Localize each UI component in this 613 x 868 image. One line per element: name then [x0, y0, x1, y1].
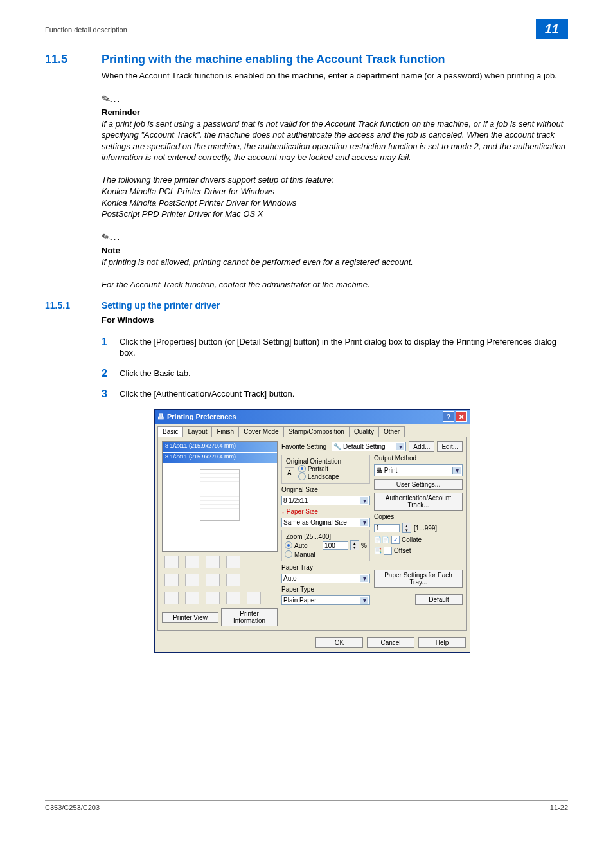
note-text-2: For the Account Track function, contact … — [102, 279, 568, 291]
paper-tray-dropdown[interactable]: Auto▾ — [281, 574, 370, 583]
printer-information-button[interactable]: Printer Information — [221, 608, 278, 626]
subsection-title: Setting up the printer driver — [102, 300, 220, 311]
zoom-auto-radio[interactable] — [285, 541, 292, 549]
preview-tool-icon[interactable] — [247, 592, 261, 604]
authentication-account-track-button[interactable]: Authentication/Account Track... — [374, 493, 463, 511]
footer-model: C353/C253/C203 — [45, 804, 100, 811]
orientation-group: Original Orientation A Portrait Landscap… — [281, 455, 370, 484]
platform-heading: For Windows — [102, 314, 568, 326]
zoom-value-input[interactable]: 100 — [323, 541, 348, 550]
tab-quality[interactable]: Quality — [349, 426, 379, 437]
preview-tool-icon[interactable] — [164, 592, 179, 604]
preview-tool-icon[interactable] — [226, 592, 240, 604]
paper-type-label: Paper Type — [281, 586, 370, 593]
preview-tool-icon[interactable] — [164, 556, 179, 568]
offset-icon: 📑 — [374, 547, 382, 554]
step-text-3: Click the [Authentication/Account Track]… — [120, 388, 568, 400]
page-preview: 8 1/2x11 (215.9x279.4 mm) 8 1/2x11 (215.… — [162, 441, 278, 552]
preview-tool-icon[interactable] — [185, 592, 199, 604]
copies-spinner[interactable]: ▴▾ — [402, 523, 411, 533]
dialog-tabs: Basic Layout Finish Cover Mode Stamp/Com… — [155, 424, 470, 437]
chapter-badge: 11 — [536, 19, 568, 39]
step-number-1: 1 — [102, 336, 111, 359]
printer-icon: 🖶 — [157, 413, 164, 420]
section-intro: When the Account Track function is enabl… — [102, 70, 568, 82]
favorite-setting-label: Favorite Setting — [281, 443, 326, 450]
footer-page: 11-22 — [550, 804, 568, 811]
preview-size-2: 8 1/2x11 (215.9x279.4 mm) — [163, 453, 277, 463]
note-heading: Note — [102, 245, 568, 257]
offset-checkbox[interactable] — [384, 547, 392, 555]
section-number: 11.5 — [45, 53, 84, 66]
note-text-1: If printing is not allowed, printing can… — [102, 257, 568, 268]
preview-tool-icon[interactable] — [164, 574, 179, 586]
step-number-2: 2 — [102, 368, 111, 379]
tab-other[interactable]: Other — [378, 426, 405, 437]
note-icon: ✎ — [100, 229, 111, 244]
breadcrumb: Function detail description — [45, 26, 127, 33]
copies-label: Copies — [374, 513, 463, 520]
landscape-radio[interactable] — [298, 473, 306, 480]
help-icon[interactable]: ? — [443, 411, 454, 422]
preview-tool-icon[interactable] — [206, 556, 220, 568]
tab-basic[interactable]: Basic — [157, 426, 183, 437]
printer-view-button[interactable]: Printer View — [162, 612, 218, 623]
preview-size-1: 8 1/2x11 (215.9x279.4 mm) — [163, 442, 277, 452]
preview-tool-icon[interactable] — [226, 556, 240, 568]
preview-tool-icon[interactable] — [226, 574, 240, 586]
paper-tray-label: Paper Tray — [281, 564, 370, 571]
tab-layout[interactable]: Layout — [182, 426, 212, 437]
edit-button[interactable]: Edit... — [437, 441, 463, 452]
zoom-spinner[interactable]: ▴▾ — [350, 540, 359, 550]
close-icon[interactable]: ✕ — [456, 411, 467, 422]
original-size-dropdown[interactable]: 8 1/2x11▾ — [281, 496, 370, 505]
zoom-group: Zoom [25...400] Auto 100 ▴▾ % Manual — [281, 530, 370, 561]
reminder-driver-3: PostScript PPD Printer Driver for Mac OS… — [102, 208, 568, 220]
reminder-heading: Reminder — [102, 107, 568, 118]
collate-checkbox[interactable]: ✓ — [391, 536, 400, 544]
tab-stamp-composition[interactable]: Stamp/Composition — [283, 426, 350, 437]
step-number-3: 3 — [102, 388, 111, 400]
output-method-label: Output Method — [374, 455, 463, 462]
preview-tool-icon[interactable] — [206, 574, 220, 586]
output-method-dropdown[interactable]: 🖶 Print▾ — [374, 464, 463, 476]
section-title: Printing with the machine enabling the A… — [102, 53, 445, 66]
cancel-button[interactable]: Cancel — [367, 637, 414, 648]
reminder-driver-2: Konica Minolta PostScript Printer Driver… — [102, 197, 568, 209]
help-button[interactable]: Help — [418, 637, 466, 648]
dialog-title: Printing Preferences — [167, 413, 236, 420]
reminder-text-2: The following three printer drivers supp… — [102, 174, 568, 186]
portrait-radio[interactable] — [298, 465, 306, 473]
subsection-number: 11.5.1 — [45, 300, 84, 311]
add-button[interactable]: Add... — [409, 441, 434, 452]
tab-finish[interactable]: Finish — [211, 426, 239, 437]
original-size-label: Original Size — [281, 486, 370, 493]
reminder-driver-1: Konica Minolta PCL Printer Driver for Wi… — [102, 186, 568, 197]
reminder-text-1: If a print job is sent using a password … — [102, 118, 568, 163]
paper-size-label: ↓ Paper Size — [281, 508, 370, 515]
printing-preferences-dialog: 🖶 Printing Preferences ? ✕ Basic Layout … — [154, 409, 470, 653]
preview-tool-icon[interactable] — [185, 574, 199, 586]
step-text-1: Click the [Properties] button (or [Detai… — [120, 336, 568, 359]
tab-cover-mode[interactable]: Cover Mode — [238, 426, 283, 437]
preview-tool-icon[interactable] — [185, 556, 199, 568]
preview-tool-icon[interactable] — [206, 592, 220, 604]
reminder-icon: ✎ — [100, 91, 111, 106]
ok-button[interactable]: OK — [315, 637, 363, 648]
paper-size-dropdown[interactable]: Same as Original Size▾ — [281, 518, 370, 527]
default-button[interactable]: Default — [415, 594, 463, 605]
favorite-setting-dropdown[interactable]: 🔧 Default Setting▾ — [332, 442, 406, 451]
paper-settings-tray-button[interactable]: Paper Settings for Each Tray... — [374, 570, 463, 588]
step-text-2: Click the Basic tab. — [120, 368, 568, 379]
zoom-manual-radio[interactable] — [285, 550, 292, 558]
orientation-icon: A — [285, 467, 294, 478]
copies-input[interactable]: 1 — [374, 524, 400, 532]
user-settings-button[interactable]: User Settings... — [374, 479, 463, 490]
collate-icon: 📄📄 — [374, 536, 389, 543]
paper-type-dropdown[interactable]: Plain Paper▾ — [281, 595, 370, 605]
